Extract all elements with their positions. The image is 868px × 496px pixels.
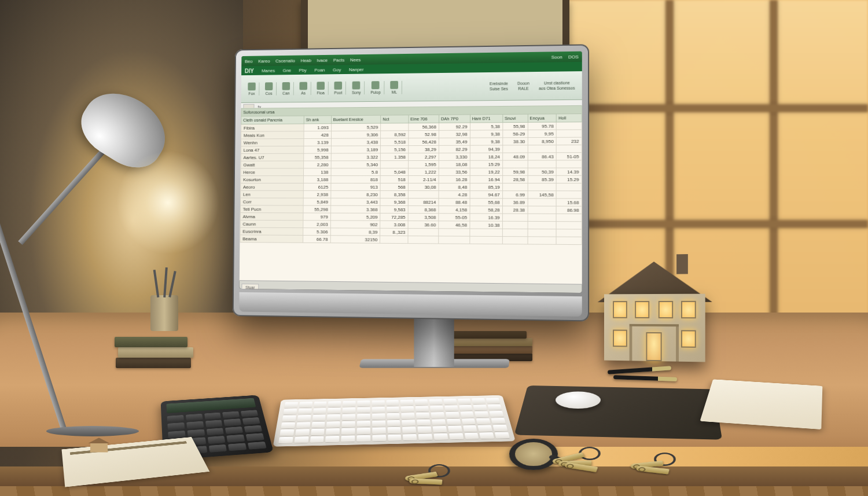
titlebar-item[interactable]: Ivace [317, 57, 328, 63]
ribbon-group[interactable]: ML [387, 80, 403, 94]
keyboard[interactable] [273, 395, 516, 447]
ribbon: Fox Cos Can As Fioa Poot Sony Pulop ML E… [241, 71, 582, 103]
house-door [646, 332, 661, 361]
ribbon-group[interactable]: Can [279, 82, 294, 95]
ribbon-tab[interactable]: Nanper [349, 67, 364, 72]
lamp-base [46, 426, 139, 436]
ribbon-group[interactable]: As [296, 82, 311, 95]
ribbon-group[interactable]: Fioa [314, 82, 329, 95]
book-stack-left [116, 330, 191, 370]
titlebar-item[interactable]: Heab [300, 58, 311, 63]
titlebar-item[interactable]: Nees [350, 57, 361, 63]
model-house [593, 249, 717, 367]
screen[interactable]: Beo Kareo Cscenallo Heab Ivace Pacts Nee… [240, 52, 582, 293]
ribbon-tab[interactable]: Poan [314, 67, 325, 72]
monitor: Beo Kareo Cscenallo Heab Ivace Pacts Nee… [233, 44, 589, 321]
ribbon-group[interactable]: Unst clastioneaos Otea Sonessos [535, 80, 579, 90]
book-stack-mid [446, 330, 532, 362]
ribbon-group[interactable]: Cos [262, 82, 277, 95]
ribbon-tab[interactable]: Manes [262, 68, 275, 73]
titlebar-item[interactable]: Kareo [258, 58, 270, 64]
keys [554, 447, 620, 468]
titlebar-item[interactable]: Cscenallo [275, 58, 295, 63]
floor [0, 486, 868, 496]
magnifying-glass-icon [508, 439, 559, 470]
tiny-house-figurine [90, 443, 108, 453]
pen-cup [150, 295, 178, 331]
spreadsheet-grid[interactable]: Soforosonal ursaCleth osnald PancniaSh a… [240, 105, 582, 285]
ribbon-group[interactable]: DooonRALE [514, 81, 533, 90]
monitor-stand-neck [414, 315, 454, 367]
titlebar-right[interactable]: Soon [551, 54, 562, 60]
ribbon-group[interactable]: ErebsindeSuise Ses [486, 82, 512, 91]
ribbon-group[interactable]: Fox [244, 82, 259, 95]
ribbon-group[interactable]: Sony [348, 81, 365, 94]
mouse[interactable] [555, 391, 601, 409]
ribbon-tab[interactable]: Goy [333, 67, 341, 72]
ribbon-group[interactable]: Poot [331, 81, 347, 94]
titlebar-right[interactable]: DOS [568, 54, 579, 59]
ribbon-tab[interactable]: Gne [283, 68, 292, 73]
scene-root: Beo Kareo Cscenallo Heab Ivace Pacts Nee… [0, 0, 868, 496]
keys [630, 453, 695, 474]
keys [404, 464, 469, 486]
ribbon-tab-active[interactable]: DIY [245, 68, 254, 74]
ribbon-group[interactable]: Pulop [367, 81, 384, 94]
chimney [676, 254, 688, 274]
desk-pad [514, 385, 723, 440]
titlebar-item[interactable]: Beo [245, 58, 253, 64]
ribbon-tab[interactable]: Pby [299, 68, 307, 73]
notepad [700, 379, 823, 429]
titlebar-item[interactable]: Pacts [333, 57, 345, 63]
